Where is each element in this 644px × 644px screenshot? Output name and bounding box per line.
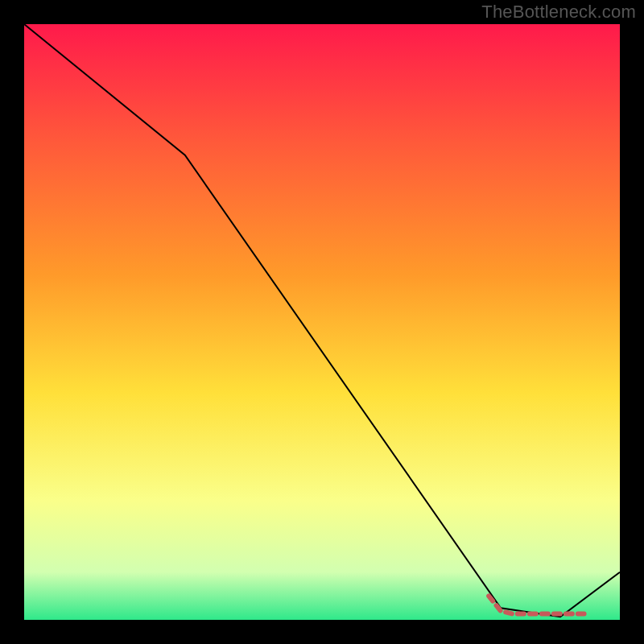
plot-area (24, 24, 620, 620)
watermark-text: TheBottleneck.com (481, 2, 636, 23)
chart-frame: TheBottleneck.com (0, 0, 644, 644)
gradient-background (24, 24, 620, 620)
chart-svg (24, 24, 620, 620)
